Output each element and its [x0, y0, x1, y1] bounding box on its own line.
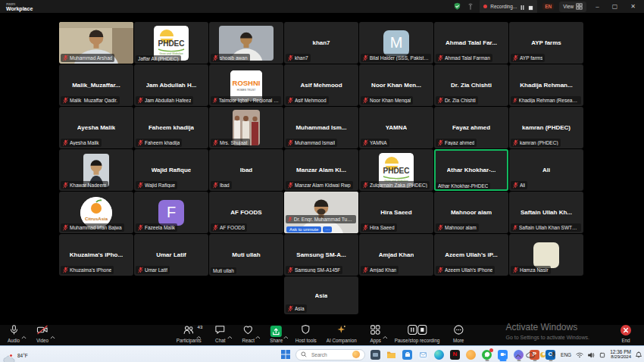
toolbar-video-button[interactable]: Video — [33, 326, 52, 343]
participant-name-label: Umar Latif — [136, 266, 170, 274]
participant-tile-dr-zia-chishti[interactable]: Dr. Zia ChishtiDr. Zia Chishti — [434, 64, 508, 106]
participant-tile-noor-khan-mengal[interactable]: Noor Khan Men...Noor Khan Mengal — [359, 64, 433, 106]
maximize-button[interactable]: ▢ — [608, 0, 622, 13]
participant-tile-saftain-ullah-khan-swtl-attock[interactable]: Saftain Ullah Kh...Saftain Ullah Khan SW… — [509, 192, 583, 233]
participant-tile-bilal-haider-sss-pakistan[interactable]: MBilal Haider (SSS, Pakistan) — [359, 22, 433, 64]
participant-tile-asif-mehmood[interactable]: Asif MehmoodAsif Mehmood — [284, 64, 358, 106]
tray-language-icon[interactable]: ENG — [561, 352, 571, 357]
view-button[interactable]: View — [559, 2, 586, 12]
chevron-up-icon[interactable] — [21, 329, 27, 342]
participant-tile-khawar-nadeem[interactable]: Khawar Nadeem — [59, 149, 133, 191]
participant-tile-dr-engr-muhammad-tuseef-as[interactable]: Dr. Engr. Muhammad Tuseef As...Ask to un… — [284, 192, 358, 233]
participant-tile-taimoor-iqbal-regional-direct[interactable]: ROSHNIHOMES TRUSTTaimoor Iqbal - Regiona… — [209, 64, 283, 106]
taskbar-app-store[interactable] — [402, 348, 413, 361]
participant-tile-af-foods[interactable]: AF FOODSAF FOODS — [209, 192, 283, 233]
toolbar-chat-button[interactable]: Chat — [211, 326, 230, 343]
tray-wifi-icon[interactable] — [576, 348, 583, 361]
participant-tile-asia[interactable]: AsiaAsia — [284, 276, 358, 314]
participant-tile-ayesha-malik[interactable]: Ayesha MalikAyesha Malik — [59, 107, 133, 148]
taskbar-app-zoom[interactable] — [497, 348, 508, 361]
participant-tile-muti-ullah[interactable]: Muti ullahMuti ullah — [209, 234, 283, 276]
stop-recording-icon[interactable] — [528, 0, 533, 14]
windows-start-button[interactable] — [280, 348, 291, 361]
notification-bell-icon[interactable] — [636, 348, 642, 361]
chevron-up-icon[interactable] — [283, 329, 289, 342]
taskbar-app-edge[interactable] — [433, 348, 445, 361]
taskbar-search[interactable] — [295, 349, 365, 360]
participant-tile-athar-khokhar-phdec[interactable]: Athar Khokhar-...Athar Khokhar-PHDEC — [434, 149, 508, 191]
muted-mic-icon — [63, 182, 68, 189]
chevron-up-icon[interactable] — [383, 329, 388, 342]
toolbar-more-button[interactable]: More — [449, 326, 467, 343]
pause-recording-icon[interactable] — [520, 0, 525, 14]
close-button[interactable]: ✕ — [627, 0, 639, 13]
taskbar-app-file-explorer[interactable] — [386, 348, 397, 361]
participant-tile-mrs-shujaat[interactable]: Mrs. Shujaat — [209, 107, 283, 148]
toolbar-share-button[interactable]: Share — [267, 326, 286, 343]
toolbar-ai-companion-button[interactable]: AI Companion — [327, 326, 357, 343]
participant-tile-amjad-khan[interactable]: Amjad KhanAmjad Khan — [359, 234, 433, 276]
participant-tile-ali[interactable]: AliAli — [509, 149, 583, 191]
participant-tile-khuzaima-s-iphone[interactable]: Khuzaima's iPho...Khuzaima's iPhone — [59, 234, 133, 276]
chevron-up-icon[interactable] — [255, 329, 261, 342]
chevron-up-icon[interactable] — [227, 329, 233, 342]
participant-tile-ayp-farms[interactable]: AYP farmsAYP farms — [509, 22, 583, 64]
muted-mic-icon — [363, 97, 368, 104]
participant-tile-manzar-alam-kidwai-rwp[interactable]: Manzar Alam Ki...Manzar Alam Kidwai Rwp — [284, 149, 358, 191]
taskbar-app-pc[interactable] — [370, 348, 381, 361]
toolbar-apps-button[interactable]: Apps — [367, 326, 385, 343]
participant-tile-fayaz-ahmed[interactable]: Fayaz ahmedFayaz ahmed — [434, 107, 508, 148]
toolbar-record-button[interactable]: Pause/stop recording — [395, 326, 440, 343]
participant-tile-jam-abdullah-hafeez[interactable]: Jam Abdullah H...Jam Abdullah Hafeez — [134, 64, 208, 106]
participant-tile-shoaib-awan[interactable]: shoaib awan — [209, 22, 283, 64]
participant-tile-azeem-ullah-s-iphone[interactable]: Azeem Ullah's iP...Azeem Ullah's iPhone — [434, 234, 508, 276]
toolbar-react-button[interactable]: React — [239, 326, 258, 343]
chevron-up-icon[interactable] — [50, 329, 55, 342]
chevron-up-icon[interactable] — [196, 329, 202, 342]
participant-tile-faheem-khadija[interactable]: Faheem khadijaFaheem khadija — [134, 107, 208, 148]
participant-name-label: Jam Abdullah Hafeez — [136, 96, 193, 105]
participant-tile-wajid-rafique[interactable]: Wajid RafiqueWajid Rafique — [134, 149, 208, 191]
tray-mic-icon[interactable] — [551, 348, 556, 361]
more-options-button[interactable]: ··· — [323, 226, 332, 232]
language-interpretation-badge[interactable]: EN — [542, 3, 554, 10]
participant-tile-khadija-rehman-research-offic[interactable]: Khadija Rehman...Khadija Rehman (Researc… — [509, 64, 583, 106]
minimize-button[interactable]: – — [592, 0, 602, 13]
weather-widget[interactable]: 84°F Mostly cloudy — [3, 347, 45, 362]
taskbar-app-netflix[interactable]: N — [449, 348, 461, 361]
participant-tile-samsung-sm-a145f[interactable]: Samsung SM-A...Samsung SM-A145F — [284, 234, 358, 276]
toolbar-end-button[interactable]: End — [617, 326, 635, 343]
tray-tray-expand-icon[interactable] — [515, 348, 521, 361]
ask-to-unmute-button[interactable]: Ask to unmute — [286, 226, 321, 232]
tray-onedrive-icon[interactable] — [526, 348, 535, 361]
tray-clock[interactable]: 12:36 PM8/29/2024 — [610, 349, 631, 360]
toolbar-audio-button[interactable]: Audio — [5, 326, 23, 343]
participant-tile-malik-muzaffar-qadir[interactable]: Malik_Muzaffar...Malik_Muzaffar Qadir. — [59, 64, 133, 106]
taskbar-app-browser[interactable] — [465, 348, 477, 361]
participant-tile-kamran-phdec[interactable]: kamran (PHDEC)kamran (PHDEC) — [509, 107, 583, 148]
taskbar-app-whatsapp[interactable] — [481, 348, 492, 361]
participant-tile-umar-latif[interactable]: Umar LatifUmar Latif — [134, 234, 208, 276]
taskbar-app-mail[interactable] — [417, 348, 429, 361]
participant-tile-hamza-nasir[interactable]: Hamza Nasir — [509, 234, 583, 276]
participant-center-name: Mahnoor alam — [451, 209, 492, 216]
participant-center-name: Jam Abdullah H... — [146, 82, 197, 89]
search-input[interactable] — [310, 351, 349, 358]
participant-tile-khan7[interactable]: khan7khan7 — [284, 22, 358, 64]
participant-tile-zulqarnain-zaka-phdec[interactable]: PHDECGrow and GlobalizeZulqarnain Zaka (… — [359, 149, 433, 191]
tray-pen-icon[interactable] — [599, 348, 605, 361]
participant-tile-muhammad-irfan-bajwa[interactable]: CitrusAsiaMuhammad Irfan Bajwa — [59, 192, 133, 233]
tray-volume-icon[interactable] — [588, 348, 595, 361]
participant-tile-mahnoor-alam[interactable]: Mahnoor alamMahnoor alam — [434, 192, 508, 233]
participant-tile-ibad[interactable]: IbadIbad — [209, 149, 283, 191]
participant-tile-fazeela-malik[interactable]: FFazeela Malik — [134, 192, 208, 233]
participant-tile-jaffar-ali-phdec[interactable]: PHDECGrow and GlobalizeJaffar Ali (PHDEC… — [134, 22, 208, 64]
participant-tile-hira-saeed[interactable]: Hira SaeedHira Saeed — [359, 192, 433, 233]
participant-tile-muhammad-arshad[interactable]: Muhammad Arshad — [59, 22, 133, 64]
tray-status-icon[interactable] — [539, 348, 546, 361]
toolbar-participants-button[interactable]: 43Participants — [177, 326, 202, 343]
toolbar-host-tools-button[interactable]: Host tools — [295, 326, 317, 343]
participant-tile-muhammad-ismail[interactable]: Muhammad Ism...Muhammad Ismail — [284, 107, 358, 148]
participant-tile-ahmad-talal-farman[interactable]: Ahmad Talal Far...Ahmad Talal Farman — [434, 22, 508, 64]
participant-tile-yamna[interactable]: YAMNAYAMNA — [359, 107, 433, 148]
